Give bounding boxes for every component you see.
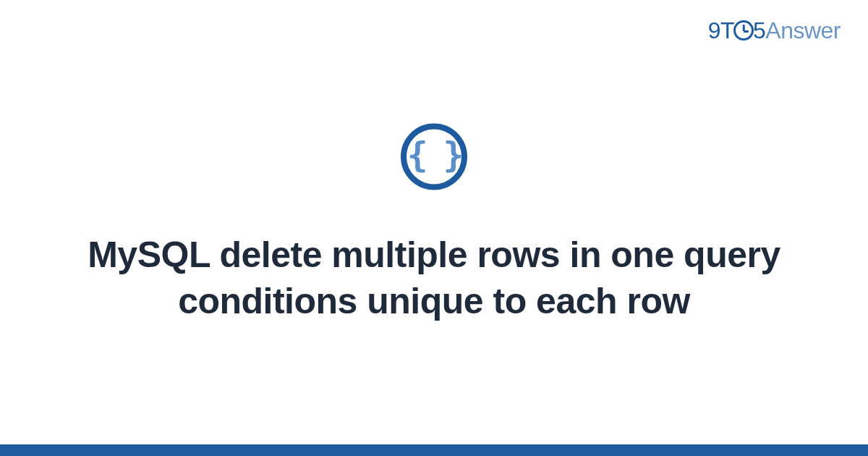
logo-suffix: 5 <box>753 17 765 43</box>
logo-word: Answer <box>765 17 841 43</box>
code-braces-icon: { } <box>401 123 467 190</box>
footer-bar <box>0 444 868 456</box>
clock-icon <box>733 20 754 41</box>
site-logo: 9T5Answer <box>708 17 841 44</box>
page-title: MySQL delete multiple rows in one query … <box>43 232 825 324</box>
main-content: { } MySQL delete multiple rows in one qu… <box>0 123 868 324</box>
logo-prefix: 9T <box>708 17 734 43</box>
braces-glyph: { } <box>407 138 461 172</box>
